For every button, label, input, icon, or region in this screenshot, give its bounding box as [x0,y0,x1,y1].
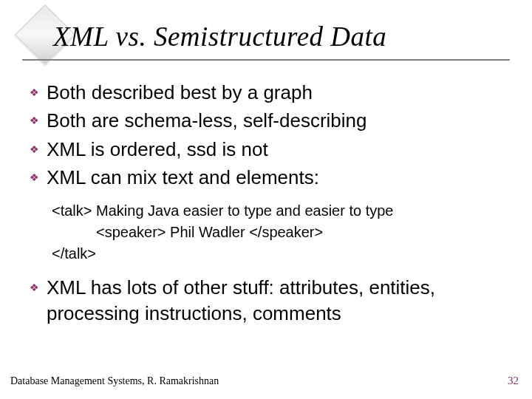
slide-number: 32 [508,375,519,387]
diamond-bullet-icon: ❖ [30,114,39,127]
bullet-text: XML is ordered, ssd is not [47,137,268,162]
slide-body: ❖ Both described best by a graph ❖ Both … [30,80,502,329]
bullet-text: Both are schema-less, self-describing [47,108,367,133]
slide-title: XML vs. Semistructured Data [53,21,386,52]
bullet-text: Both described best by a graph [47,80,313,105]
bullet-item: ❖ XML has lots of other stuff: attribute… [30,275,502,326]
bullet-text: XML can mix text and elements: [47,165,319,190]
diamond-bullet-icon: ❖ [30,86,39,99]
bullet-item: ❖ XML is ordered, ssd is not [30,137,502,162]
code-line: </talk> [52,243,502,265]
bullet-item: ❖ XML can mix text and elements: [30,165,502,190]
code-line: <speaker> Phil Wadler </speaker> [96,222,502,243]
footer-attribution: Database Management Systems, R. Ramakris… [10,375,219,387]
bullet-item: ❖ Both described best by a graph [30,80,502,105]
title-underline [22,59,510,61]
bullet-list-2: ❖ XML has lots of other stuff: attribute… [30,275,502,326]
bullet-text: XML has lots of other stuff: attributes,… [47,275,502,326]
bullet-item: ❖ Both are schema-less, self-describing [30,108,502,133]
diamond-bullet-icon: ❖ [30,143,39,156]
code-example: <talk> Making Java easier to type and ea… [52,200,502,265]
code-line: <talk> Making Java easier to type and ea… [52,200,502,222]
diamond-bullet-icon: ❖ [30,281,39,294]
diamond-bullet-icon: ❖ [30,171,39,184]
